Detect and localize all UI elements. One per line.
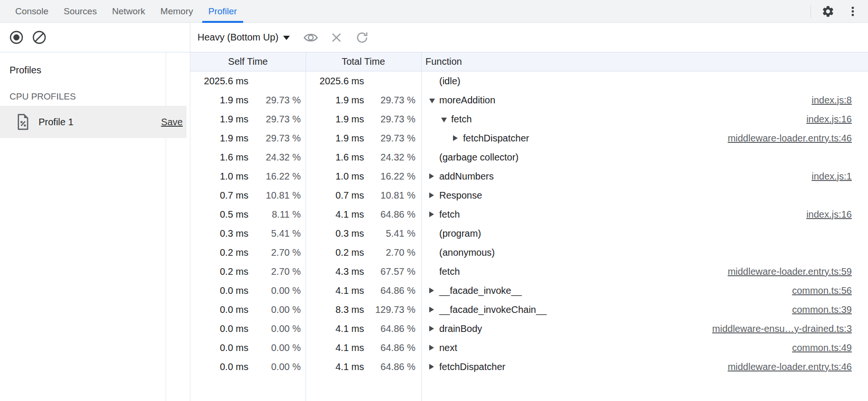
tree-collapsed-icon[interactable] — [429, 288, 434, 293]
tree-expanded-icon[interactable] — [441, 118, 447, 122]
toolbar-divider — [810, 5, 811, 18]
tab-network[interactable]: Network — [104, 0, 153, 22]
self-time-ms: 1.9 ms — [190, 90, 248, 110]
restore-button[interactable] — [355, 30, 370, 45]
clear-button[interactable] — [31, 30, 47, 45]
chevron-down-icon — [283, 36, 290, 40]
tab-memory[interactable]: Memory — [153, 0, 201, 22]
table-row[interactable]: 0.3 ms5.41 %0.3 ms5.41 %(program) — [190, 224, 868, 243]
function-cell: Response — [421, 186, 725, 205]
total-time-percent: 24.32 % — [364, 148, 415, 167]
tree-collapsed-icon[interactable] — [453, 135, 458, 141]
function-cell: next — [421, 338, 725, 357]
tree-collapsed-icon[interactable] — [429, 307, 434, 312]
tab-sources[interactable]: Sources — [56, 0, 105, 22]
function-name: (program) — [439, 224, 481, 243]
total-time-percent: 64.86 % — [364, 319, 415, 338]
column-header-total-time[interactable]: Total Time — [306, 52, 421, 71]
settings-button[interactable] — [820, 4, 836, 19]
source-location-link[interactable]: index.js:16 — [806, 110, 852, 129]
self-time-percent: 0.00 % — [248, 319, 301, 338]
eye-icon — [303, 30, 318, 45]
source-location-link[interactable]: index.js:8 — [812, 90, 852, 110]
self-time-ms: 0.3 ms — [190, 224, 248, 243]
tree-collapsed-icon[interactable] — [429, 345, 434, 351]
self-time-percent: 16.22 % — [248, 167, 301, 186]
tree-collapsed-icon[interactable] — [429, 364, 434, 370]
self-time-ms: 1.9 ms — [190, 129, 248, 148]
function-name: fetch — [439, 205, 460, 224]
tab-profiler[interactable]: Profiler — [201, 0, 245, 22]
tree-collapsed-icon[interactable] — [429, 173, 434, 179]
column-header-self-time[interactable]: Self Time — [190, 52, 306, 71]
self-time-percent — [248, 71, 301, 90]
table-row[interactable]: 1.6 ms24.32 %1.6 ms24.32 %(garbage colle… — [190, 148, 868, 167]
table-row[interactable]: 1.9 ms29.73 %1.9 ms29.73 %moreAdditionin… — [190, 90, 868, 110]
total-time-percent: 129.73 % — [364, 300, 415, 319]
table-row[interactable]: 0.0 ms0.00 %4.1 ms64.86 %nextcommon.ts:4… — [190, 338, 868, 357]
more-options-button[interactable] — [845, 4, 860, 19]
self-time-ms: 0.0 ms — [190, 319, 248, 338]
exclude-button[interactable] — [329, 30, 344, 45]
function-name: fetch — [451, 110, 472, 129]
table-row[interactable]: 2025.6 ms2025.6 ms(idle) — [190, 71, 868, 90]
gear-icon — [821, 5, 835, 18]
table-row[interactable]: 1.0 ms16.22 %1.0 ms16.22 %addNumbersinde… — [190, 167, 868, 186]
self-time-percent: 24.32 % — [248, 148, 301, 167]
table-row[interactable]: 0.2 ms2.70 %4.3 ms67.57 %fetchmiddleware… — [190, 262, 868, 281]
profiles-title: Profiles — [10, 63, 190, 77]
total-time-ms: 1.0 ms — [306, 167, 364, 186]
tree-collapsed-icon[interactable] — [429, 192, 434, 198]
profile-list-item[interactable]: Profile 1 Save — [0, 106, 187, 138]
table-row[interactable]: 1.9 ms29.73 %1.9 ms29.73 %fetchindex.js:… — [190, 110, 868, 129]
total-time-percent: 64.86 % — [364, 357, 415, 376]
source-location-link[interactable]: index.js:16 — [806, 205, 852, 224]
self-time-percent: 5.41 % — [248, 224, 301, 243]
source-location-link[interactable]: common.ts:49 — [792, 338, 852, 357]
source-location-link[interactable]: middleware-loader.entry.ts:46 — [728, 357, 852, 376]
total-time-ms: 0.2 ms — [306, 243, 364, 262]
self-time-percent: 0.00 % — [248, 281, 301, 300]
self-time-ms: 0.5 ms — [190, 205, 248, 224]
table-row[interactable]: 0.5 ms8.11 %4.1 ms64.86 %fetchindex.js:1… — [190, 205, 868, 224]
table-row[interactable]: 1.9 ms29.73 %1.9 ms29.73 %fetchDispatche… — [190, 129, 868, 148]
tree-collapsed-icon[interactable] — [429, 211, 434, 217]
refresh-icon — [355, 30, 369, 45]
table-row[interactable]: 0.7 ms10.81 %0.7 ms10.81 %Response — [190, 186, 868, 205]
focus-button[interactable] — [303, 30, 318, 45]
table-row[interactable]: 0.0 ms0.00 %4.1 ms64.86 %drainBodymiddle… — [190, 319, 868, 338]
function-cell: fetch — [421, 205, 725, 224]
table-row[interactable]: 0.0 ms0.00 %4.1 ms64.86 %__facade_invoke… — [190, 281, 868, 300]
source-location-link[interactable]: index.js:1 — [812, 167, 852, 186]
total-time-ms: 1.9 ms — [306, 90, 364, 110]
total-time-percent — [364, 71, 415, 90]
total-time-ms: 4.1 ms — [306, 357, 364, 376]
function-name: __facade_invoke__ — [439, 281, 522, 300]
source-location-link[interactable]: middleware-ensu…y-drained.ts:3 — [712, 319, 852, 338]
function-name: fetch — [439, 262, 460, 281]
tree-collapsed-icon[interactable] — [429, 326, 434, 331]
tree-expanded-icon[interactable] — [429, 99, 435, 103]
source-location-link[interactable]: common.ts:39 — [792, 300, 852, 319]
source-location-link[interactable]: middleware-loader.entry.ts:59 — [728, 262, 852, 281]
table-row[interactable]: 0.2 ms2.70 %0.2 ms2.70 %(anonymous) — [190, 243, 868, 262]
table-row[interactable]: 0.0 ms0.00 %8.3 ms129.73 %__facade_invok… — [190, 300, 868, 319]
function-cell: fetch — [421, 262, 725, 281]
record-icon — [9, 30, 24, 45]
function-name: fetchDispatcher — [439, 357, 505, 376]
tab-console[interactable]: Console — [8, 0, 56, 22]
column-header-function[interactable]: Function — [425, 52, 462, 71]
source-location-link[interactable]: middleware-loader.entry.ts:46 — [728, 129, 852, 148]
table-row[interactable]: 0.0 ms0.00 %4.1 ms64.86 %fetchDispatcher… — [190, 357, 868, 376]
tabbar-right-controls — [810, 0, 868, 22]
profile-view-select[interactable]: Heavy (Bottom Up) — [197, 32, 290, 43]
total-time-percent: 64.86 % — [364, 338, 415, 357]
profile-save-link[interactable]: Save — [161, 117, 183, 128]
function-cell: fetch — [421, 110, 725, 129]
record-button[interactable] — [9, 30, 24, 45]
self-time-percent: 8.11 % — [248, 205, 301, 224]
total-time-ms: 0.7 ms — [306, 186, 364, 205]
function-cell: (garbage collector) — [421, 148, 725, 167]
clear-icon — [32, 30, 47, 45]
source-location-link[interactable]: common.ts:56 — [792, 281, 852, 300]
